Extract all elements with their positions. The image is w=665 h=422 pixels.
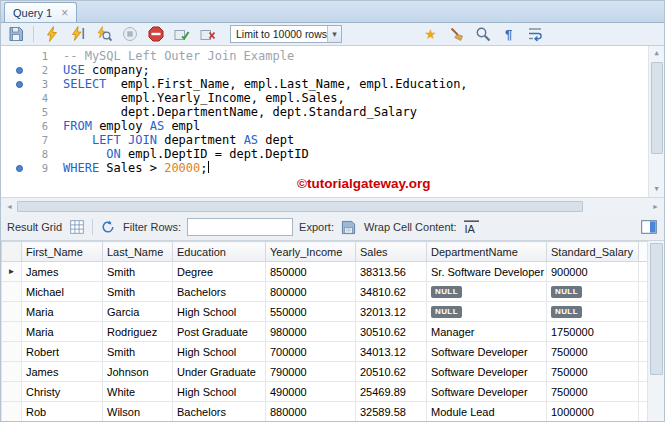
scroll-left-icon[interactable]: ◄ [2,199,17,214]
code-area[interactable]: -- MySQL Left Outer Join ExampleUSE comp… [55,46,468,197]
table-cell[interactable]: 490000 [266,382,356,402]
invisible-characters-icon[interactable]: ¶ [500,26,517,43]
table-cell[interactable]: Software Developer [427,342,547,362]
row-selector[interactable] [2,322,22,342]
chevron-down-icon[interactable]: ▾ [327,26,341,42]
code-line[interactable]: -- MySQL Left Outer Join Example [63,49,468,63]
export-icon[interactable] [340,218,358,236]
hscroll-thumb[interactable] [17,201,583,212]
table-cell[interactable]: High School [173,342,266,362]
wrap-cell-content-icon[interactable]: IA [463,218,481,236]
find-icon[interactable] [474,26,491,43]
sql-code-editor[interactable]: 123456789 -- MySQL Left Outer Join Examp… [1,46,664,197]
table-cell[interactable]: Christy [22,382,103,402]
table-cell[interactable]: 1750000 [547,322,639,342]
table-row[interactable]: ChristyWhiteHigh School49000025469.89Sof… [2,382,648,402]
table-cell[interactable]: 32013.12 [356,302,427,322]
grid-vertical-scrollbar[interactable] [647,241,664,421]
table-cell[interactable]: NULL [427,282,547,302]
table-cell[interactable]: Johnson [103,362,173,382]
column-header[interactable]: Yearly_Income [266,242,356,262]
filter-refresh-icon[interactable] [99,218,117,236]
beautify-icon[interactable] [448,26,465,43]
code-line[interactable]: SELECT empl.First_Name, empl.Last_Name, … [63,77,468,91]
code-line[interactable]: FROM employ AS empl [63,119,468,133]
stop-on-error-icon[interactable] [147,26,164,43]
table-cell[interactable]: High School [173,302,266,322]
tab-close-icon[interactable]: × [61,8,68,18]
table-cell[interactable]: Rob [22,402,103,422]
filter-rows-input[interactable] [187,218,293,236]
scroll-up-icon[interactable]: ▲ [649,46,664,61]
table-cell[interactable]: Wilson [103,402,173,422]
table-cell[interactable]: 38313.56 [356,262,427,282]
table-cell[interactable]: Sr. Software Developer [427,262,547,282]
save-script-icon[interactable] [7,26,24,43]
explain-icon[interactable] [95,26,112,43]
table-row[interactable]: RobWilsonBachelors88000032589.58Module L… [2,402,648,422]
row-selector[interactable]: ► [2,262,22,282]
table-cell[interactable]: Manager [427,322,547,342]
table-cell[interactable]: 25469.89 [356,382,427,402]
table-cell[interactable]: Smith [103,262,173,282]
table-cell[interactable]: Robert [22,342,103,362]
table-cell[interactable]: Bachelors [173,282,266,302]
row-selector[interactable] [2,282,22,302]
code-line[interactable]: empl.Yearly_Income, empl.Sales, [63,91,468,105]
row-selector[interactable] [2,402,22,422]
table-cell[interactable]: 1000000 [547,402,639,422]
table-cell[interactable]: High School [173,382,266,402]
table-cell[interactable]: 980000 [266,322,356,342]
table-row[interactable]: MariaRodriguezPost Graduate98000030510.6… [2,322,648,342]
table-cell[interactable]: 850000 [266,262,356,282]
table-cell[interactable]: 30510.62 [356,322,427,342]
table-cell[interactable]: Maria [22,322,103,342]
table-cell[interactable]: 550000 [266,302,356,322]
table-cell[interactable]: NULL [547,302,639,322]
table-cell[interactable]: Software Developer [427,362,547,382]
code-line[interactable]: WHERE Sales > 20000; [63,161,468,175]
table-cell[interactable]: Garcia [103,302,173,322]
execute-icon[interactable] [43,26,60,43]
table-cell[interactable]: 750000 [547,362,639,382]
column-header[interactable]: Sales [356,242,427,262]
table-cell[interactable]: Rodriguez [103,322,173,342]
table-cell[interactable]: Module Lead [427,402,547,422]
row-selector[interactable] [2,362,22,382]
stop-icon[interactable] [121,26,138,43]
table-cell[interactable]: Smith [103,282,173,302]
column-header[interactable]: Education [173,242,266,262]
editor-vscroll-thumb[interactable] [651,62,663,154]
table-row[interactable]: MichaelSmithBachelors80000034810.62NULLN… [2,282,648,302]
column-header[interactable]: Standard_Salary [547,242,639,262]
table-row[interactable]: ►JamesSmithDegree85000038313.56Sr. Softw… [2,262,648,282]
table-row[interactable]: RobertSmithHigh School70000034013.12Soft… [2,342,648,362]
save-snippet-icon[interactable]: ★ [422,26,439,43]
code-line[interactable]: dept.DepartmentName, dept.Standard_Salar… [63,105,468,119]
table-cell[interactable]: 790000 [266,362,356,382]
table-cell[interactable]: Maria [22,302,103,322]
scroll-right-icon[interactable]: ► [648,199,663,214]
commit-icon[interactable] [173,26,190,43]
table-cell[interactable]: 750000 [547,342,639,362]
code-line[interactable]: USE company; [63,63,468,77]
column-header[interactable]: First_Name [22,242,103,262]
table-cell[interactable]: 880000 [266,402,356,422]
grid-vscroll-thumb[interactable] [650,243,663,375]
limit-rows-dropdown[interactable]: Limit to 10000 rows ▾ [230,25,342,43]
tab-query-1[interactable]: Query 1 × [4,2,77,22]
code-line[interactable]: LEFT JOIN department AS dept [63,133,468,147]
table-cell[interactable]: Post Graduate [173,322,266,342]
table-cell[interactable]: NULL [547,282,639,302]
table-cell[interactable]: White [103,382,173,402]
table-cell[interactable]: Bachelors [173,402,266,422]
table-cell[interactable]: Under Graduate [173,362,266,382]
scroll-down-icon[interactable]: ▼ [649,182,664,197]
table-cell[interactable]: James [22,262,103,282]
rollback-icon[interactable] [199,26,216,43]
table-cell[interactable]: 800000 [266,282,356,302]
table-cell[interactable]: Michael [22,282,103,302]
table-cell[interactable]: Degree [173,262,266,282]
table-cell[interactable]: Smith [103,342,173,362]
table-cell[interactable]: Software Developer [427,382,547,402]
